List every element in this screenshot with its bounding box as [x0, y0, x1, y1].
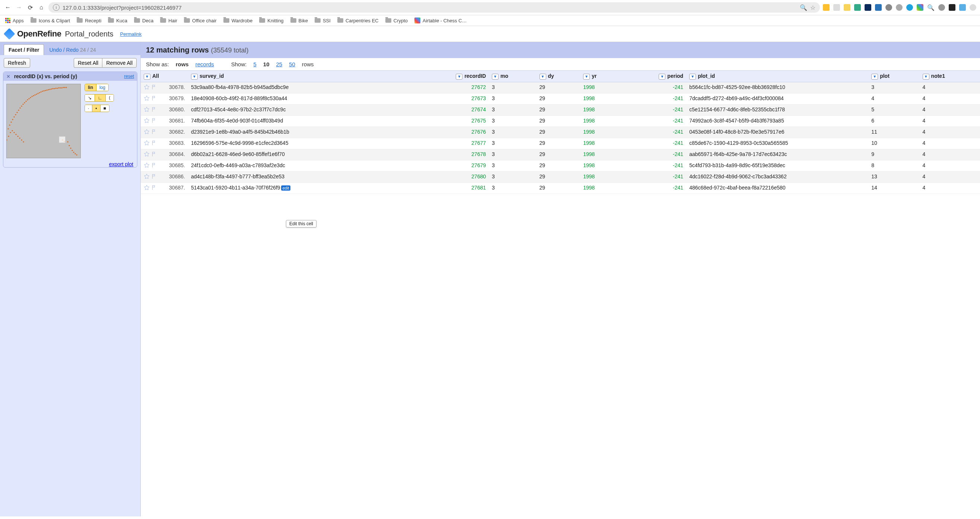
- cell-yr[interactable]: 1998: [580, 94, 621, 105]
- cell-survey-id[interactable]: 5143ca01-5920-4b11-a34a-70f76f26f9edit: [188, 183, 412, 194]
- bookmark-item[interactable]: Knitting: [259, 18, 283, 24]
- cell-note1[interactable]: 4: [920, 94, 980, 105]
- star-icon[interactable]: [144, 107, 150, 113]
- cell-plot-id[interactable]: aab65971-f64b-425e-9a78-17d7ec63423c: [686, 149, 868, 161]
- cell-note1[interactable]: 4: [920, 116, 980, 127]
- column-menu[interactable]: ▼: [689, 74, 696, 80]
- cell-yr[interactable]: 1998: [580, 183, 621, 194]
- cell-dy[interactable]: 29: [536, 127, 581, 138]
- bookmark-item[interactable]: Wardrobe: [223, 18, 253, 24]
- cell-period[interactable]: -241: [621, 149, 686, 161]
- cell-recordid[interactable]: 27677: [412, 138, 489, 149]
- cell-note1[interactable]: 4: [920, 82, 980, 94]
- cell-plot-id[interactable]: c5e12154-6677-4d6c-8feb-52355cbc1f78: [686, 105, 868, 116]
- ext-icon[interactable]: [823, 4, 830, 11]
- back-button[interactable]: ←: [4, 3, 12, 11]
- ext-icon[interactable]: [865, 4, 871, 11]
- cell-plot-id[interactable]: c85de67c-1590-4129-8953-0c530a565585: [686, 138, 868, 149]
- star-icon[interactable]: [144, 118, 150, 124]
- address-bar[interactable]: i 127.0.0.1:3333/project?project=1960282…: [48, 2, 820, 13]
- cell-plot-id[interactable]: 7dcaddf5-d272-4b69-a49c-d4f3cf000084: [686, 94, 868, 105]
- rot-opt[interactable]: ⟨: [106, 95, 114, 101]
- cell-mo[interactable]: 3: [489, 94, 536, 105]
- ext-icon[interactable]: [844, 4, 850, 11]
- scatterplot[interactable]: [6, 84, 81, 158]
- cell-yr[interactable]: 1998: [580, 116, 621, 127]
- flag-icon[interactable]: [151, 140, 157, 146]
- cell-plot[interactable]: 13: [868, 172, 919, 183]
- cell-note1[interactable]: 4: [920, 138, 980, 149]
- cell-plot-id[interactable]: 4dc16022-f28d-4b9d-9062-c7bc3ad43362: [686, 172, 868, 183]
- cell-dy[interactable]: 29: [536, 105, 581, 116]
- flag-icon[interactable]: [151, 174, 157, 180]
- bookmark-item[interactable]: Icons & Clipart: [30, 18, 70, 24]
- bookmark-item[interactable]: Crypto: [385, 18, 408, 24]
- facet-close-icon[interactable]: ✕: [6, 74, 10, 79]
- cell-yr[interactable]: 1998: [580, 172, 621, 183]
- flag-icon[interactable]: [151, 84, 157, 90]
- permalink-link[interactable]: Permalink: [120, 31, 142, 37]
- cell-recordid[interactable]: 27675: [412, 116, 489, 127]
- tab-facet-filter[interactable]: Facet / Filter: [4, 44, 44, 55]
- cell-recordid[interactable]: 27681: [412, 183, 489, 194]
- cell-plot[interactable]: 10: [868, 138, 919, 149]
- cell-plot[interactable]: 11: [868, 127, 919, 138]
- cell-plot-id[interactable]: b564c1fc-bd87-4525-92ee-8bb36928fc10: [686, 82, 868, 94]
- ext-icon[interactable]: [854, 4, 861, 11]
- ext-icon[interactable]: [885, 4, 892, 11]
- cell-recordid[interactable]: 27673: [412, 94, 489, 105]
- remove-all-button[interactable]: Remove All: [102, 58, 137, 68]
- cell-recordid[interactable]: 27676: [412, 127, 489, 138]
- scale-lin[interactable]: lin: [85, 84, 96, 91]
- ext-icon[interactable]: [896, 4, 902, 11]
- cell-recordid[interactable]: 27672: [412, 82, 489, 94]
- cell-survey-id[interactable]: cdf27013-45c4-4e8c-97b2-2c37f7c7dc9c: [188, 105, 412, 116]
- flag-icon[interactable]: [151, 162, 157, 168]
- cell-survey-id[interactable]: ad4c148b-f3fa-4497-b777-bff3ea5b2e53: [188, 172, 412, 183]
- cell-plot[interactable]: 9: [868, 149, 919, 161]
- page-size-10[interactable]: 10: [263, 61, 270, 67]
- cell-period[interactable]: -241: [621, 116, 686, 127]
- cell-survey-id[interactable]: 53c9aa80-fb4a-4978-82b5-b945ad5dbc9e: [188, 82, 412, 94]
- cell-recordid[interactable]: 27680: [412, 172, 489, 183]
- reset-all-button[interactable]: Reset All: [74, 58, 102, 68]
- cell-note1[interactable]: 4: [920, 172, 980, 183]
- cell-mo[interactable]: 3: [489, 138, 536, 149]
- cell-dy[interactable]: 29: [536, 138, 581, 149]
- star-icon[interactable]: [144, 174, 150, 180]
- openrefine-logo-icon[interactable]: [3, 28, 15, 40]
- show-as-records[interactable]: records: [196, 61, 214, 67]
- page-size-5[interactable]: 5: [253, 61, 256, 67]
- facet-reset-link[interactable]: reset: [124, 74, 134, 79]
- cell-plot-id[interactable]: 5c4fd793-b31b-4a99-8d9c-65f19e358dec: [686, 161, 868, 172]
- bookmark-item[interactable]: Airtable - Chess C…: [414, 18, 466, 24]
- cell-survey-id[interactable]: d6b02a21-6628-46ed-9e60-85ffef1e6f70: [188, 149, 412, 161]
- cell-plot-id[interactable]: 486c68ed-972c-4baf-beea-f8a72216e580: [686, 183, 868, 194]
- cell-plot[interactable]: 8: [868, 161, 919, 172]
- scale-log[interactable]: log: [96, 84, 108, 91]
- cell-survey-id[interactable]: 18e40908-60cb-49f2-817d-889f8c530a44: [188, 94, 412, 105]
- cell-recordid[interactable]: 27679: [412, 161, 489, 172]
- page-size-50[interactable]: 50: [289, 61, 295, 67]
- star-icon[interactable]: [144, 185, 150, 191]
- cell-note1[interactable]: 4: [920, 127, 980, 138]
- bookmark-item[interactable]: Bike: [290, 18, 308, 24]
- column-menu[interactable]: ▼: [456, 74, 463, 80]
- star-icon[interactable]: [144, 162, 150, 168]
- cell-mo[interactable]: 3: [489, 161, 536, 172]
- zoom-icon[interactable]: 🔍: [800, 4, 807, 11]
- cell-note1[interactable]: 4: [920, 149, 980, 161]
- cell-dy[interactable]: 29: [536, 149, 581, 161]
- bookmark-item[interactable]: Kuca: [108, 18, 127, 24]
- cell-period[interactable]: -241: [621, 105, 686, 116]
- scatter-selection[interactable]: [59, 136, 65, 143]
- flag-icon[interactable]: [151, 185, 157, 191]
- cell-dy[interactable]: 29: [536, 94, 581, 105]
- bookmark-item[interactable]: Deca: [134, 18, 153, 24]
- cell-dy[interactable]: 29: [536, 161, 581, 172]
- star-icon[interactable]: [144, 84, 150, 90]
- column-menu[interactable]: ▼: [492, 74, 499, 80]
- ext-icon[interactable]: [970, 4, 976, 11]
- dot-opt[interactable]: ■: [100, 105, 109, 112]
- cell-period[interactable]: -241: [621, 94, 686, 105]
